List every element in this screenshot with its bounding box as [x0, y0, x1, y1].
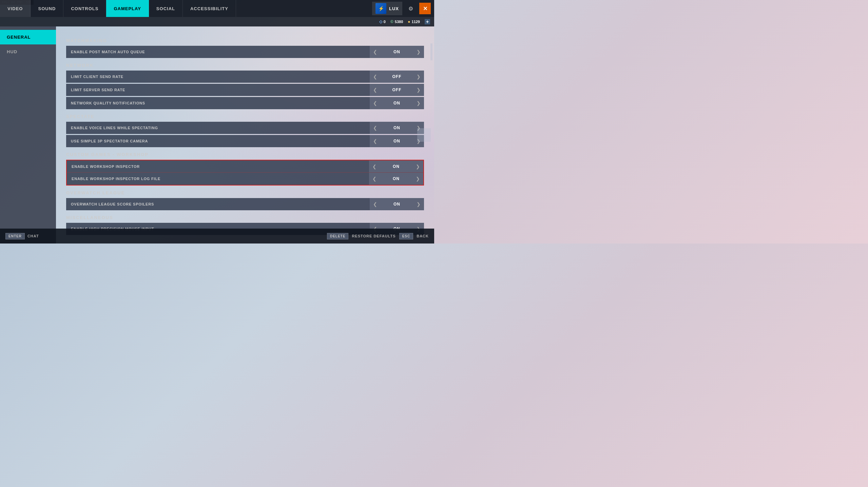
setting-control-score-spoilers: ❮ ON ❯ [370, 198, 424, 210]
tab-video[interactable]: VIDEO [0, 0, 31, 17]
setting-value-simple-3p-spectator: ON [378, 139, 416, 143]
arrow-left-enable-post-match[interactable]: ❮ [372, 49, 378, 55]
esc-key-badge: ESC [399, 233, 413, 239]
section-title-spectate: SPECTATE [66, 114, 424, 119]
setting-score-spoilers: OVERWATCH LEAGUE SCORE SPOILERS ❮ ON ❯ [66, 198, 424, 210]
setting-control-limit-server-send: ❮ OFF ❯ [370, 84, 424, 96]
setting-label-enable-post-match: ENABLE POST MATCH AUTO QUEUE [66, 50, 370, 54]
coins-icon: ● [408, 19, 410, 24]
setting-control-workshop-inspector-log: ❮ ON ❯ [369, 173, 423, 185]
arrow-right-limit-client-send[interactable]: ❯ [416, 74, 421, 79]
setting-label-workshop-inspector: ENABLE WORKSHOP INSPECTOR [67, 164, 369, 169]
chat-action-label: CHAT [27, 234, 39, 238]
setting-value-score-spoilers: ON [378, 202, 416, 207]
section-overwatch-league: OVERWATCH LEAGUE OVERWATCH LEAGUE SCORE … [66, 190, 424, 210]
avatar-icon: ⚡ [378, 6, 384, 11]
username: LUX [389, 6, 399, 11]
currency-bar: ◇ 0 © 5380 ● 1129 + [0, 17, 434, 26]
avatar: ⚡ [375, 3, 386, 14]
arrow-left-network-quality-notif[interactable]: ❮ [372, 100, 378, 106]
vp-currency: ◇ 0 [379, 19, 386, 24]
sidebar-item-general[interactable]: GENERAL [0, 30, 56, 44]
setting-network-quality-notif: NETWORK QUALITY NOTIFICATIONS ❮ ON ❯ [66, 97, 424, 109]
credits-currency: © 5380 [390, 19, 403, 24]
setting-label-workshop-inspector-log: ENABLE WORKSHOP INSPECTOR LOG FILE [67, 177, 369, 181]
setting-control-simple-3p-spectator: ❮ ON ❯ [370, 135, 424, 147]
arrow-left-limit-server-send[interactable]: ❮ [372, 87, 378, 93]
setting-label-simple-3p-spectator: USE SIMPLE 3P SPECTATOR CAMERA [66, 139, 370, 143]
arrow-left-score-spoilers[interactable]: ❮ [372, 201, 378, 207]
setting-simple-3p-spectator: USE SIMPLE 3P SPECTATOR CAMERA ❮ ON ❯ [66, 135, 424, 147]
setting-value-voice-lines-spectating: ON [378, 125, 416, 130]
setting-label-limit-client-send: LIMIT CLIENT SEND RATE [66, 75, 370, 79]
coins-value: 1129 [412, 20, 420, 24]
setting-control-network-quality-notif: ❮ ON ❯ [370, 97, 424, 109]
tab-social[interactable]: SOCIAL [149, 0, 183, 17]
setting-control-voice-lines-spectating: ❮ ON ❯ [370, 122, 424, 134]
section-title-miscellaneous: MISCELLANEOUS [66, 215, 424, 220]
arrow-right-workshop-inspector-log[interactable]: ❯ [415, 176, 421, 181]
setting-limit-server-send: LIMIT SERVER SEND RATE ❮ OFF ❯ [66, 84, 424, 96]
arrow-right-network-quality-notif[interactable]: ❯ [416, 100, 421, 106]
arrow-right-workshop-inspector[interactable]: ❯ [415, 164, 421, 169]
setting-value-limit-server-send: OFF [378, 87, 416, 92]
tab-gameplay[interactable]: GAMEPLAY [106, 0, 149, 17]
notification-icon[interactable]: ✕ [419, 3, 431, 14]
section-workshop: CUSTOM GAMES - WORKSHOP ENABLE WORKSHOP … [66, 152, 424, 186]
user-profile[interactable]: ⚡ LUX [372, 2, 402, 15]
sidebar: GENERAL HUD [0, 26, 56, 244]
setting-value-workshop-inspector: ON [377, 164, 415, 169]
scroll-indicator [430, 43, 432, 60]
setting-voice-lines-spectating: ENABLE VOICE LINES WHILE SPECTATING ❮ ON… [66, 122, 424, 134]
enter-key-badge: ENTER [5, 233, 25, 239]
arrow-left-voice-lines-spectating[interactable]: ❮ [372, 125, 378, 131]
setting-control-workshop-inspector: ❮ ON ❯ [369, 160, 423, 172]
setting-control-limit-client-send: ❮ OFF ❯ [370, 71, 424, 83]
delete-key-badge: DELETE [327, 233, 348, 239]
tab-sound[interactable]: SOUND [31, 0, 63, 17]
arrow-left-workshop-inspector-log[interactable]: ❮ [372, 176, 377, 181]
workshop-highlight-box: ENABLE WORKSHOP INSPECTOR ❮ ON ❯ ENABLE … [66, 160, 424, 186]
setting-workshop-inspector-log: ENABLE WORKSHOP INSPECTOR LOG FILE ❮ ON … [67, 173, 423, 185]
tab-accessibility[interactable]: ACCESSIBILITY [183, 0, 236, 17]
arrow-left-limit-client-send[interactable]: ❮ [372, 74, 378, 79]
arrow-left-simple-3p-spectator[interactable]: ❮ [372, 138, 378, 144]
nav-tabs: VIDEO SOUND CONTROLS GAMEPLAY SOCIAL ACC… [0, 0, 236, 17]
setting-value-workshop-inspector-log: ON [377, 176, 415, 181]
setting-label-voice-lines-spectating: ENABLE VOICE LINES WHILE SPECTATING [66, 126, 370, 130]
vp-value: 0 [384, 20, 386, 24]
section-title-matchmaking: MATCHMAKING [66, 38, 424, 43]
section-title-network: NETWORK [66, 63, 424, 68]
section-title-overwatch-league: OVERWATCH LEAGUE [66, 190, 424, 195]
arrow-right-limit-server-send[interactable]: ❯ [416, 87, 421, 93]
setting-label-score-spoilers: OVERWATCH LEAGUE SCORE SPOILERS [66, 202, 370, 206]
restore-defaults-label: RESTORE DEFAULTS [352, 234, 396, 238]
arrow-left-workshop-inspector[interactable]: ❮ [372, 164, 377, 169]
back-label: BACK [417, 234, 429, 238]
main-content: GENERAL HUD MATCHMAKING ENABLE POST MATC… [0, 26, 434, 244]
vp-icon: ◇ [379, 19, 382, 24]
setting-value-enable-post-match: ON [378, 50, 416, 54]
user-area: ⚡ LUX ⚙ ✕ [372, 2, 434, 15]
section-title-workshop: CUSTOM GAMES - WORKSHOP [66, 152, 424, 157]
deco-square-right [417, 128, 431, 142]
credits-value: 5380 [395, 20, 403, 24]
social-icon[interactable]: ⚙ [405, 3, 417, 14]
setting-label-network-quality-notif: NETWORK QUALITY NOTIFICATIONS [66, 101, 370, 105]
arrow-right-score-spoilers[interactable]: ❯ [416, 201, 421, 207]
setting-value-limit-client-send: OFF [378, 74, 416, 79]
section-matchmaking: MATCHMAKING ENABLE POST MATCH AUTO QUEUE… [66, 38, 424, 58]
settings-panel: MATCHMAKING ENABLE POST MATCH AUTO QUEUE… [56, 26, 434, 244]
credits-icon: © [390, 19, 393, 24]
setting-control-enable-post-match: ❮ ON ❯ [370, 46, 424, 58]
arrow-right-enable-post-match[interactable]: ❯ [416, 49, 421, 55]
top-nav: VIDEO SOUND CONTROLS GAMEPLAY SOCIAL ACC… [0, 0, 434, 17]
setting-enable-post-match: ENABLE POST MATCH AUTO QUEUE ❮ ON ❯ [66, 46, 424, 58]
bottom-bar: ENTER CHAT DELETE RESTORE DEFAULTS ESC B… [0, 229, 434, 244]
tab-controls[interactable]: CONTROLS [63, 0, 106, 17]
section-network: NETWORK LIMIT CLIENT SEND RATE ❮ OFF ❯ L… [66, 63, 424, 109]
add-currency-button[interactable]: + [425, 19, 430, 24]
sidebar-item-hud[interactable]: HUD [0, 44, 56, 59]
coins-currency: ● 1129 [408, 19, 420, 24]
setting-label-limit-server-send: LIMIT SERVER SEND RATE [66, 88, 370, 92]
